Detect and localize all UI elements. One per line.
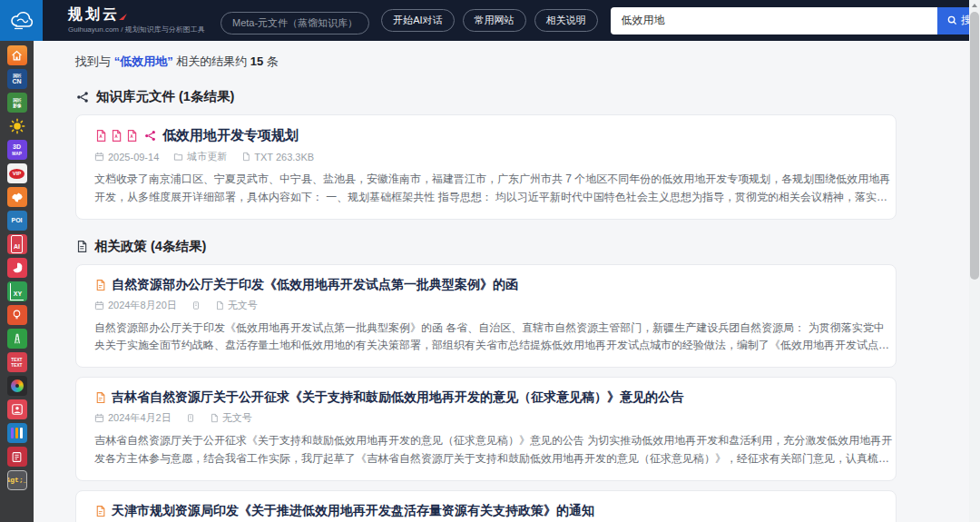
sidebar-terminal-icon[interactable]: &gt;_ [7,470,27,490]
pdf-file-icons [94,129,138,143]
policy-card[interactable]: 自然资源部办公厅关于印发《低效用地再开发试点第一批典型案例》的函 2024年8月… [75,264,897,369]
sidebar-pie-chart-icon[interactable] [7,258,27,278]
policy-title[interactable]: 天津市规划资源局印发《关于推进低效用地再开发盘活存量资源有关支持政策》的通知 [112,503,594,519]
sidebar-seal-doc-icon[interactable] [7,447,27,467]
app-logo[interactable] [0,0,43,41]
date-item: 2024年4月2日 [94,411,172,425]
policy-title[interactable]: 吉林省自然资源厅关于公开征求《关于支持和鼓励低效用地再开发的意见（征求意见稿）》… [112,389,683,406]
sidebar-id-card-icon[interactable] [7,399,27,419]
policy-title[interactable]: 自然资源部办公厅关于印发《低效用地再开发试点第一批典型案例》的函 [112,277,518,293]
brand-red-mark-icon [119,14,127,20]
orange-document-icon [94,505,106,517]
orange-document-icon [94,391,106,404]
result-count: 15 [250,54,263,68]
policy-card[interactable]: 吉林省自然资源厅关于公开征求《关于支持和鼓励低效用地再开发的意见（征求意见稿）》… [75,377,897,481]
share-nodes-icon [75,91,90,103]
sidebar-guojiang-yingxiang-icon[interactable]: 国匠 影像 [7,93,27,113]
search-keyword: “低效用地” [114,54,173,68]
section-header-meta-files: 知识库元文件 (1条结果) [75,88,969,105]
top-header: 规划云 Guihuayun.com / 规划知识库与分析图工具 Meta-元文件… [43,0,969,41]
main-content: 找到与 “低效用地” 相关的结果约 15 条 知识库元文件 (1条结果) 低效用… [34,41,969,522]
policy-card[interactable]: 天津市规划资源局印发《关于推进低效用地再开发盘活存量资源有关支持政策》的通知 2… [75,490,897,522]
left-sidebar: 国匠 CN 国匠 影像 3D MAP VIP POI AI XY TEXT TE… [0,41,34,522]
orange-document-icon [94,279,106,291]
sidebar-sun-icon[interactable] [7,116,27,136]
scrollbar-thumb[interactable] [970,12,979,280]
issuer-icon [186,413,195,423]
sidebar-color-wheel-icon[interactable] [7,376,27,396]
scrollbar-up-arrow-icon[interactable] [972,4,977,7]
section-header-policies: 相关政策 (4条结果) [75,238,969,255]
sidebar-ai-icon[interactable]: AI [7,234,27,254]
sidebar-3d-map-icon[interactable]: 3D MAP [7,140,27,160]
category-item: 城市更新 [173,150,227,163]
ai-chat-button[interactable]: 开始AI对话 [381,9,454,32]
sidebar-text-tool-icon[interactable]: TEXT TEXT [7,352,27,372]
sidebar-road-icon[interactable] [7,329,27,349]
document-icon [75,240,88,253]
sidebar-home-icon[interactable] [7,45,27,65]
sidebar-china-map-icon[interactable] [7,187,27,207]
sidebar-books-icon[interactable] [7,423,27,443]
search-bar: 搜索 [611,7,980,34]
meta-files-button[interactable]: Meta-元文件（蒸馏知识库） [220,12,369,34]
sidebar-xy-icon[interactable]: XY [7,281,27,301]
policy-description: 吉林省自然资源厅关于公开征求《关于支持和鼓励低效用地再开发的意见（征求意见稿）》… [94,432,893,468]
doc-number-item: 无文号 [210,411,252,425]
related-docs-button[interactable]: 相关说明 [534,9,598,32]
sidebar-guojiang-cn-icon[interactable]: 国匠 CN [7,69,27,89]
meta-file-title[interactable]: 低效用地开发专项规划 [162,127,299,144]
date-item: 2024年8月20日 [94,299,177,312]
search-icon [947,15,957,25]
meta-file-card[interactable]: 低效用地开发专项规划 2025-09-14 城市更新 TXT 263.3KB 文… [75,114,897,220]
meta-file-description: 文档收录了南京浦口区、宁夏灵武市、中宁县、盐池县，安徽淮南市，福建晋江市，广东广… [94,171,893,207]
brand-subtitle: Guihuayun.com / 规划知识库与分析图工具 [68,25,220,34]
sidebar-poi-icon[interactable]: POI [7,211,27,231]
policy-description: 自然资源部办公厅关于印发《低效用地再开发试点第一批典型案例》的函 各省、自治区、… [94,320,893,356]
cloud-logo-icon [9,10,34,32]
sidebar-vip-icon[interactable]: VIP [7,163,27,183]
filesize-item: TXT 263.3KB [241,152,314,163]
vertical-scrollbar[interactable] [969,0,980,522]
sidebar-bulb-icon[interactable] [7,305,27,325]
common-sites-button[interactable]: 常用网站 [463,9,526,32]
search-input[interactable] [611,7,937,34]
issuer-icon [191,300,201,310]
share-nodes-icon [143,130,157,142]
doc-number-item: 无文号 [215,299,258,312]
result-summary: 找到与 “低效用地” 相关的结果约 15 条 [75,54,969,70]
brand-title: 规划云 [68,6,120,22]
date-item: 2025-09-14 [94,152,159,163]
brand-block[interactable]: 规划云 Guihuayun.com / 规划知识库与分析图工具 [68,6,220,34]
